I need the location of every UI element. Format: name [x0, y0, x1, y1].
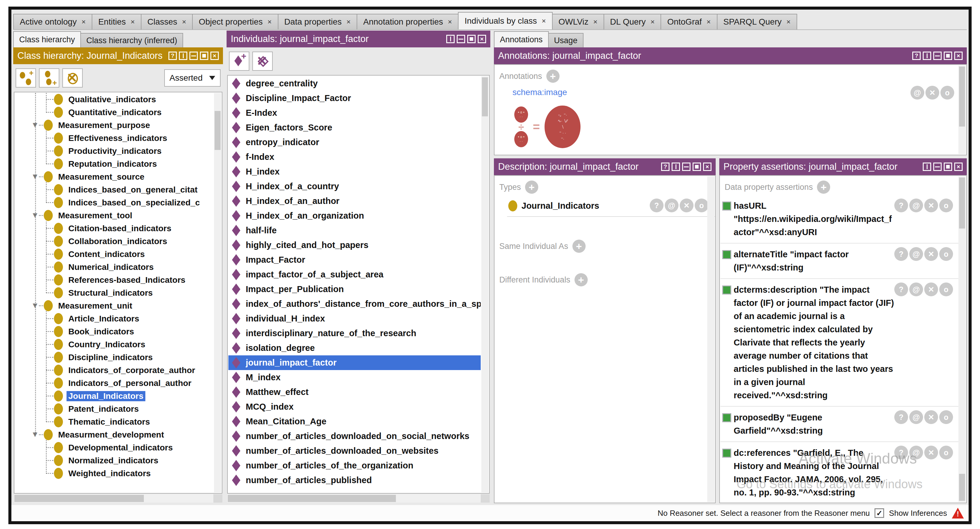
maximize-icon[interactable]: [944, 52, 952, 60]
scroll-thumb[interactable]: [959, 474, 965, 501]
tree-item-measurment-development[interactable]: ▼Measurment_development: [15, 428, 213, 441]
origin-button[interactable]: o: [940, 86, 954, 100]
tree-item-indices-based-on-specialized-c[interactable]: Indices_based_on_specialized_c: [15, 196, 213, 209]
close-icon[interactable]: ×: [267, 18, 272, 26]
tree-item-productivity-indicators[interactable]: Productivity_indicators: [15, 145, 213, 158]
origin-button[interactable]: o: [939, 446, 953, 459]
annotate-button[interactable]: @: [909, 282, 923, 296]
tree-item-indicators-of-corporate-author[interactable]: Indicators_of_corporate_author: [15, 364, 213, 377]
scroll-thumb[interactable]: [959, 177, 965, 228]
delete-button[interactable]: ✕: [924, 446, 938, 459]
assertion-row-alternatetitle[interactable]: alternateTitle "impact factor (IF)"^^xsd…: [721, 244, 958, 279]
annotate-button[interactable]: @: [665, 199, 679, 212]
individual-item-number-of-articles-of-the-organization[interactable]: number_of_articles_of_the_organization: [228, 458, 481, 473]
individual-item-journal-impact-factor[interactable]: journal_impact_factor: [228, 355, 481, 370]
tree-item-numerical-indicators[interactable]: Numerical_indicators: [15, 261, 213, 274]
delete-button[interactable]: ✕: [926, 86, 939, 100]
delete-class-button[interactable]: [62, 69, 83, 88]
split-vertical-icon[interactable]: [923, 163, 931, 171]
split-vertical-icon[interactable]: [446, 35, 455, 43]
individual-item-e-index[interactable]: E-Index: [228, 105, 481, 120]
tree-item-weighted-indicators[interactable]: Weighted_indicators: [15, 467, 213, 480]
tab-data-properties[interactable]: Data properties×: [278, 14, 357, 29]
scroll-thumb[interactable]: [215, 111, 221, 150]
tree-item-indicators-of-personal-author[interactable]: Indicators_of_personal_author: [15, 377, 213, 390]
individual-item-highly-cited-and-hot-papers[interactable]: highly_cited_and_hot_papers: [228, 238, 481, 252]
split-vertical-icon[interactable]: [923, 52, 931, 60]
add-data-property-assertion-button[interactable]: +: [817, 180, 830, 194]
individual-item-mean-citation-age[interactable]: Mean_Citation_Age: [228, 414, 481, 429]
individual-item-isolation-degree[interactable]: isolation_degree: [228, 341, 481, 355]
close-icon[interactable]: ×: [81, 18, 86, 26]
close-icon[interactable]: [954, 163, 963, 171]
close-icon[interactable]: [954, 52, 963, 60]
origin-button[interactable]: o: [939, 247, 953, 261]
add-same-individual-button[interactable]: +: [573, 240, 585, 253]
tab-owlviz[interactable]: OWLViz×: [552, 14, 604, 29]
individual-item-mcq-index[interactable]: MCQ_index: [228, 400, 481, 414]
tree-item-citation-based-indicators[interactable]: Citation-based_indicators: [15, 222, 213, 235]
show-inferences-checkbox[interactable]: [875, 508, 884, 518]
assertion-row-dc-references[interactable]: dc:references "Garfield, E., The History…: [721, 442, 958, 502]
tree-item-book-indicators[interactable]: Book_indicators: [15, 325, 213, 338]
individuals-vscrollbar[interactable]: [481, 76, 488, 492]
origin-button[interactable]: o: [695, 199, 708, 212]
add-subclass-button[interactable]: +: [39, 69, 59, 88]
individual-item-half-life[interactable]: half-life: [228, 223, 481, 238]
scroll-thumb[interactable]: [959, 67, 965, 127]
help-button[interactable]: ?: [894, 446, 908, 459]
help-button[interactable]: ?: [894, 199, 908, 212]
close-icon[interactable]: [703, 163, 711, 171]
assertion-row-hasurl[interactable]: hasURL "https://en.wikipedia.org/wiki/Im…: [721, 195, 958, 244]
delete-button[interactable]: ✕: [924, 282, 938, 296]
delete-button[interactable]: ✕: [924, 199, 938, 212]
individual-item-eigen-factors-score[interactable]: Eigen_factors_Score: [228, 120, 481, 135]
individual-item-interdisciplinary-nature-of-the-research[interactable]: interdisciplinary_nature_of_the_research: [228, 326, 481, 341]
individual-item-discipline-impact-factor[interactable]: Discipline_Impact_Factor: [228, 91, 481, 105]
delete-individual-button[interactable]: [252, 52, 273, 71]
assertion-row-dcterms-description[interactable]: dcterms:description "The impact factor (…: [721, 279, 958, 407]
tree-item-measurement-unit[interactable]: ▼Measurement_unit: [15, 299, 213, 312]
individual-item-number-of-articles-downloaded-on-websites[interactable]: number_of_articles_downloaded_on_website…: [228, 443, 481, 458]
assertions-vscrollbar[interactable]: [958, 176, 966, 502]
annotate-button[interactable]: @: [909, 247, 923, 261]
individual-item-h-index-of-an-author[interactable]: H_index_of_an_author: [228, 194, 481, 209]
individual-item-f-index[interactable]: f-Index: [228, 150, 481, 164]
tree-item-patent-indicators[interactable]: Patent_indicators: [15, 402, 213, 415]
split-horizontal-icon[interactable]: [189, 52, 198, 60]
maximize-icon[interactable]: [693, 163, 701, 171]
tab-entities[interactable]: Entities×: [92, 14, 142, 29]
tree-item-measurement-tool[interactable]: ▼Measurement_tool: [15, 209, 213, 222]
help-icon[interactable]: [912, 52, 921, 60]
tab-annotations[interactable]: Annotations: [494, 31, 549, 48]
tree-item-measurement-purpose[interactable]: ▼Measurement_purpose: [15, 119, 213, 132]
tree-item-collaboration-indicators[interactable]: Collaboration_indicators: [15, 235, 213, 248]
origin-button[interactable]: o: [939, 410, 953, 424]
tree-item-content-indicators[interactable]: Content_indicators: [15, 248, 213, 261]
tab-sparql-query[interactable]: SPARQL Query×: [717, 14, 797, 29]
tab-object-properties[interactable]: Object properties×: [192, 14, 278, 29]
tree-item-indices-based-on-general-citat[interactable]: Indices_based_on_general_citat: [15, 183, 213, 196]
annotate-button[interactable]: @: [909, 199, 923, 212]
split-horizontal-icon[interactable]: [933, 163, 942, 171]
individual-item-degree-centrality[interactable]: degree_centrality: [228, 76, 481, 91]
delete-button[interactable]: ✕: [924, 410, 938, 424]
tree-item-journal-indicators[interactable]: Journal_Indicators: [15, 390, 213, 402]
tree-item-discipline-indicators[interactable]: Discipline_indicators: [15, 351, 213, 364]
tree-item-developmental-indicators[interactable]: Developmental_indicators: [15, 441, 213, 454]
help-button[interactable]: ?: [894, 410, 908, 424]
tree-item-article-indicators[interactable]: Article_Indicators: [15, 312, 213, 325]
help-icon[interactable]: [661, 163, 670, 171]
close-icon[interactable]: ×: [786, 18, 791, 26]
annotation-row[interactable]: schema:image @✕o: [512, 88, 966, 97]
individual-item-impact-per-publication[interactable]: Impact_per_Publication: [228, 282, 481, 296]
tab-active-ontology[interactable]: Active ontology×: [13, 14, 92, 29]
class-tree-hscrollbar[interactable]: [14, 494, 223, 503]
annotate-button[interactable]: @: [909, 410, 923, 424]
add-individual-button[interactable]: [229, 52, 249, 71]
scroll-thumb[interactable]: [482, 77, 488, 116]
type-row[interactable]: Journal_Indicators ?@✕o: [507, 197, 715, 217]
help-icon[interactable]: [169, 52, 177, 60]
tree-item-thematic-indicators[interactable]: Thematic_indicators: [15, 415, 213, 428]
split-vertical-icon[interactable]: [671, 163, 680, 171]
